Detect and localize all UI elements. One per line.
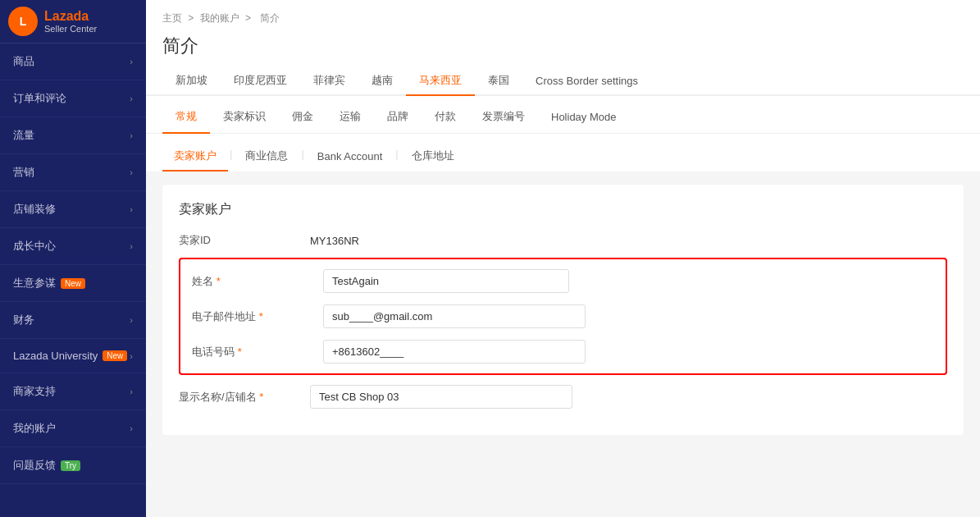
sub-tab-business-info[interactable]: 商业信息 bbox=[234, 142, 299, 172]
sidebar-item-label: 生意参谋 New bbox=[13, 276, 85, 291]
sub-tab-warehouse[interactable]: 仓库地址 bbox=[400, 142, 466, 172]
chevron-right-icon: › bbox=[130, 387, 133, 396]
tab-shipping[interactable]: 运输 bbox=[326, 101, 374, 134]
sub-tab-seller-account[interactable]: 卖家账户 bbox=[162, 142, 228, 172]
sidebar-logo: L Lazada Seller Center bbox=[0, 0, 146, 43]
shopname-input[interactable] bbox=[310, 385, 572, 409]
tab-vn[interactable]: 越南 bbox=[358, 66, 406, 96]
brand-sub: Seller Center bbox=[44, 24, 97, 34]
shopname-value bbox=[310, 385, 720, 409]
sidebar-item-label: 流量 bbox=[13, 128, 34, 143]
sub-tab-sep: | bbox=[301, 148, 303, 167]
sidebar-item-business[interactable]: 生意参谋 New bbox=[0, 265, 146, 302]
new-badge: New bbox=[103, 350, 127, 361]
country-tabs: 新加坡 印度尼西亚 菲律宾 越南 马来西亚 泰国 Cross Border se… bbox=[146, 66, 980, 96]
chevron-right-icon: › bbox=[130, 241, 133, 251]
breadcrumb-current: 简介 bbox=[260, 12, 280, 24]
tab-payment[interactable]: 付款 bbox=[422, 101, 469, 134]
sidebar-item-growth[interactable]: 成长中心 › bbox=[0, 228, 146, 265]
tab-ph[interactable]: 菲律宾 bbox=[300, 66, 358, 96]
sidebar-item-support[interactable]: 商家支持 › bbox=[0, 373, 146, 410]
tab-brand[interactable]: 品牌 bbox=[374, 101, 422, 134]
seller-account-card: 卖家账户 卖家ID MY136NR 姓名 * 电子邮件地址 * bbox=[162, 185, 964, 435]
seller-id-label: 卖家ID bbox=[179, 233, 310, 248]
breadcrumb-sep: > bbox=[188, 12, 196, 24]
breadcrumb-home[interactable]: 主页 bbox=[162, 12, 182, 24]
required-marker: * bbox=[217, 275, 221, 287]
chevron-right-icon: › bbox=[130, 130, 133, 140]
breadcrumb-account[interactable]: 我的账户 bbox=[200, 12, 239, 24]
sidebar-item-marketing[interactable]: 营销 › bbox=[0, 154, 146, 191]
sidebar-item-label: 财务 bbox=[13, 313, 34, 327]
phone-input[interactable] bbox=[323, 340, 586, 364]
sidebar-item-label: 营销 bbox=[13, 165, 34, 180]
tab-holiday[interactable]: Holiday Mode bbox=[538, 103, 630, 133]
phone-value bbox=[323, 340, 733, 364]
page-title: 简介 bbox=[146, 30, 980, 66]
required-marker: * bbox=[259, 391, 263, 403]
sidebar: L Lazada Seller Center 商品 › 订单和评论 › 流量 ›… bbox=[0, 0, 146, 517]
tab-th[interactable]: 泰国 bbox=[475, 66, 522, 96]
sidebar-item-traffic[interactable]: 流量 › bbox=[0, 117, 146, 154]
tab-seller-tag[interactable]: 卖家标识 bbox=[210, 101, 279, 134]
sidebar-item-account[interactable]: 我的账户 › bbox=[0, 410, 146, 447]
main-content: 主页 > 我的账户 > 简介 简介 新加坡 印度尼西亚 菲律宾 越南 马来西亚 … bbox=[146, 0, 980, 517]
chevron-right-icon: › bbox=[130, 315, 133, 325]
sidebar-item-store[interactable]: 店铺装修 › bbox=[0, 191, 146, 228]
email-row: 电子邮件地址 * bbox=[180, 303, 946, 330]
chevron-right-icon: › bbox=[130, 167, 133, 177]
breadcrumb: 主页 > 我的账户 > 简介 bbox=[146, 0, 980, 30]
tab-cb[interactable]: Cross Border settings bbox=[522, 68, 651, 95]
email-value bbox=[323, 304, 733, 328]
breadcrumb-sep: > bbox=[245, 12, 253, 24]
sub-tab-bank-account[interactable]: Bank Account bbox=[306, 144, 394, 171]
shopname-label: 显示名称/店铺名 * bbox=[179, 390, 310, 405]
sidebar-item-university[interactable]: Lazada University New › bbox=[0, 339, 146, 373]
sidebar-item-label: 店铺装修 bbox=[13, 202, 56, 217]
card-title: 卖家账户 bbox=[179, 201, 947, 218]
try-badge: Try bbox=[61, 460, 80, 471]
brand-name: Lazada bbox=[44, 9, 97, 24]
tab-sg[interactable]: 新加坡 bbox=[162, 66, 221, 96]
chevron-right-icon: › bbox=[130, 351, 133, 361]
logo-icon: L bbox=[8, 7, 38, 36]
chevron-right-icon: › bbox=[130, 423, 133, 433]
new-badge: New bbox=[61, 278, 85, 289]
sidebar-item-label: 成长中心 bbox=[13, 239, 56, 254]
settings-tabs: 常规 卖家标识 佣金 运输 品牌 付款 发票编号 Holiday Mode bbox=[146, 101, 980, 134]
name-value bbox=[323, 269, 733, 293]
sidebar-item-feedback[interactable]: 问题反馈 Try bbox=[0, 447, 146, 484]
chevron-right-icon: › bbox=[130, 204, 133, 214]
chevron-right-icon: › bbox=[130, 94, 133, 103]
phone-label: 电话号码 * bbox=[192, 345, 323, 359]
sidebar-item-label: 我的账户 bbox=[13, 421, 56, 436]
sidebar-item-label: 订单和评论 bbox=[13, 91, 66, 106]
sidebar-item-products[interactable]: 商品 › bbox=[0, 43, 146, 80]
email-input[interactable] bbox=[323, 304, 586, 328]
phone-row: 电话号码 * bbox=[180, 338, 946, 365]
chevron-right-icon: › bbox=[130, 57, 133, 66]
highlighted-fields: 姓名 * 电子邮件地址 * 电话号码 * bbox=[179, 258, 947, 375]
tab-commission[interactable]: 佣金 bbox=[279, 101, 326, 134]
tab-general[interactable]: 常规 bbox=[162, 101, 210, 134]
sidebar-item-orders[interactable]: 订单和评论 › bbox=[0, 80, 146, 117]
sub-tab-sep: | bbox=[230, 148, 232, 167]
sidebar-item-label: 商品 bbox=[13, 54, 34, 69]
tab-id[interactable]: 印度尼西亚 bbox=[221, 66, 300, 96]
seller-id-value: MY136NR bbox=[310, 235, 720, 247]
tab-my[interactable]: 马来西亚 bbox=[406, 66, 475, 96]
tab-invoice[interactable]: 发票编号 bbox=[469, 101, 538, 134]
sidebar-item-finance[interactable]: 财务 › bbox=[0, 302, 146, 339]
sidebar-item-label: 商家支持 bbox=[13, 384, 56, 399]
shopname-row: 显示名称/店铺名 * bbox=[179, 385, 947, 409]
sidebar-item-label: Lazada University New bbox=[13, 350, 127, 362]
sidebar-item-label: 问题反馈 Try bbox=[13, 458, 80, 473]
logo-text: Lazada Seller Center bbox=[44, 9, 97, 34]
name-input[interactable] bbox=[323, 269, 569, 293]
content-area: 卖家账户 卖家ID MY136NR 姓名 * 电子邮件地址 * bbox=[146, 172, 980, 517]
seller-id-row: 卖家ID MY136NR bbox=[179, 233, 947, 248]
sub-tab-sep: | bbox=[395, 148, 398, 167]
name-row: 姓名 * bbox=[180, 268, 946, 295]
sub-tabs: 卖家账户 | 商业信息 | Bank Account | 仓库地址 bbox=[146, 134, 980, 172]
sidebar-nav: 商品 › 订单和评论 › 流量 › 营销 › 店铺装修 › 成长中心 › 生意参… bbox=[0, 43, 146, 517]
